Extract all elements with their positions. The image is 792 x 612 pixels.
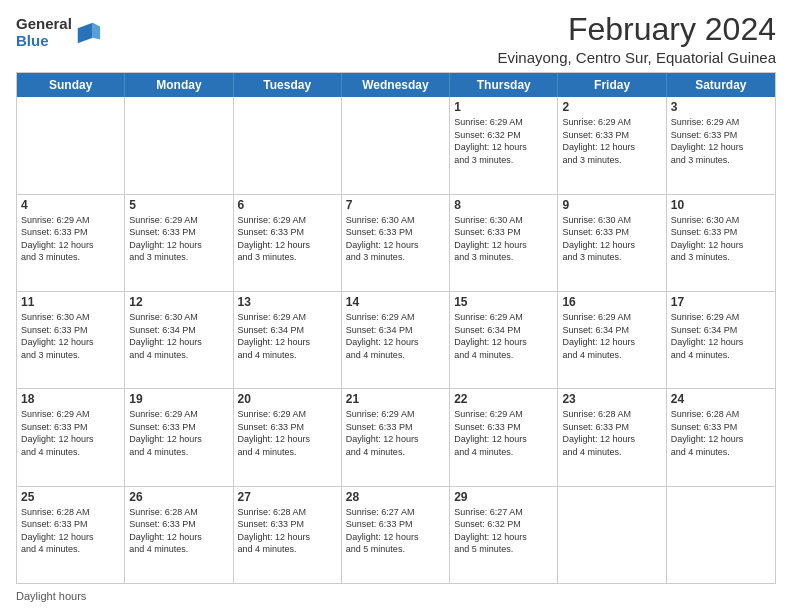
calendar-cell: 22Sunrise: 6:29 AM Sunset: 6:33 PM Dayli… bbox=[450, 389, 558, 485]
cell-info: Sunrise: 6:29 AM Sunset: 6:33 PM Dayligh… bbox=[129, 214, 228, 264]
cal-header-cell: Thursday bbox=[450, 73, 558, 97]
cal-header-cell: Saturday bbox=[667, 73, 775, 97]
cell-info: Sunrise: 6:29 AM Sunset: 6:34 PM Dayligh… bbox=[454, 311, 553, 361]
day-number: 2 bbox=[562, 100, 661, 114]
cell-info: Sunrise: 6:29 AM Sunset: 6:34 PM Dayligh… bbox=[238, 311, 337, 361]
calendar-cell: 12Sunrise: 6:30 AM Sunset: 6:34 PM Dayli… bbox=[125, 292, 233, 388]
cell-info: Sunrise: 6:29 AM Sunset: 6:33 PM Dayligh… bbox=[129, 408, 228, 458]
cell-info: Sunrise: 6:30 AM Sunset: 6:33 PM Dayligh… bbox=[21, 311, 120, 361]
day-number: 24 bbox=[671, 392, 771, 406]
cell-info: Sunrise: 6:29 AM Sunset: 6:33 PM Dayligh… bbox=[21, 214, 120, 264]
calendar-cell: 23Sunrise: 6:28 AM Sunset: 6:33 PM Dayli… bbox=[558, 389, 666, 485]
cell-info: Sunrise: 6:29 AM Sunset: 6:33 PM Dayligh… bbox=[238, 408, 337, 458]
day-number: 9 bbox=[562, 198, 661, 212]
day-number: 28 bbox=[346, 490, 445, 504]
day-number: 18 bbox=[21, 392, 120, 406]
cell-info: Sunrise: 6:28 AM Sunset: 6:33 PM Dayligh… bbox=[562, 408, 661, 458]
day-number: 8 bbox=[454, 198, 553, 212]
footer: Daylight hours bbox=[16, 590, 776, 602]
calendar-cell: 11Sunrise: 6:30 AM Sunset: 6:33 PM Dayli… bbox=[17, 292, 125, 388]
cell-info: Sunrise: 6:29 AM Sunset: 6:34 PM Dayligh… bbox=[671, 311, 771, 361]
cell-info: Sunrise: 6:28 AM Sunset: 6:33 PM Dayligh… bbox=[238, 506, 337, 556]
day-number: 16 bbox=[562, 295, 661, 309]
header: General Blue February 2024 Evinayong, Ce… bbox=[16, 12, 776, 66]
calendar-header: SundayMondayTuesdayWednesdayThursdayFrid… bbox=[17, 73, 775, 97]
calendar-cell: 6Sunrise: 6:29 AM Sunset: 6:33 PM Daylig… bbox=[234, 195, 342, 291]
calendar-cell: 29Sunrise: 6:27 AM Sunset: 6:32 PM Dayli… bbox=[450, 487, 558, 583]
title-block: February 2024 Evinayong, Centro Sur, Equ… bbox=[497, 12, 776, 66]
day-number: 13 bbox=[238, 295, 337, 309]
calendar-cell: 25Sunrise: 6:28 AM Sunset: 6:33 PM Dayli… bbox=[17, 487, 125, 583]
daylight-hours-label: Daylight hours bbox=[16, 590, 86, 602]
day-number: 11 bbox=[21, 295, 120, 309]
calendar-row: 18Sunrise: 6:29 AM Sunset: 6:33 PM Dayli… bbox=[17, 388, 775, 485]
day-number: 19 bbox=[129, 392, 228, 406]
logo-general: General bbox=[16, 16, 72, 33]
location-subtitle: Evinayong, Centro Sur, Equatorial Guinea bbox=[497, 49, 776, 66]
cal-header-cell: Tuesday bbox=[234, 73, 342, 97]
cell-info: Sunrise: 6:29 AM Sunset: 6:33 PM Dayligh… bbox=[346, 408, 445, 458]
cell-info: Sunrise: 6:29 AM Sunset: 6:32 PM Dayligh… bbox=[454, 116, 553, 166]
calendar-row: 1Sunrise: 6:29 AM Sunset: 6:32 PM Daylig… bbox=[17, 97, 775, 193]
calendar-row: 11Sunrise: 6:30 AM Sunset: 6:33 PM Dayli… bbox=[17, 291, 775, 388]
calendar-cell: 13Sunrise: 6:29 AM Sunset: 6:34 PM Dayli… bbox=[234, 292, 342, 388]
day-number: 25 bbox=[21, 490, 120, 504]
day-number: 26 bbox=[129, 490, 228, 504]
cell-info: Sunrise: 6:29 AM Sunset: 6:34 PM Dayligh… bbox=[562, 311, 661, 361]
cell-info: Sunrise: 6:28 AM Sunset: 6:33 PM Dayligh… bbox=[21, 506, 120, 556]
day-number: 1 bbox=[454, 100, 553, 114]
day-number: 14 bbox=[346, 295, 445, 309]
calendar-cell bbox=[667, 487, 775, 583]
day-number: 20 bbox=[238, 392, 337, 406]
month-year-title: February 2024 bbox=[497, 12, 776, 47]
calendar-cell: 5Sunrise: 6:29 AM Sunset: 6:33 PM Daylig… bbox=[125, 195, 233, 291]
svg-marker-1 bbox=[93, 22, 100, 39]
calendar-cell: 10Sunrise: 6:30 AM Sunset: 6:33 PM Dayli… bbox=[667, 195, 775, 291]
day-number: 22 bbox=[454, 392, 553, 406]
cell-info: Sunrise: 6:29 AM Sunset: 6:33 PM Dayligh… bbox=[671, 116, 771, 166]
calendar-cell: 24Sunrise: 6:28 AM Sunset: 6:33 PM Dayli… bbox=[667, 389, 775, 485]
calendar-cell: 7Sunrise: 6:30 AM Sunset: 6:33 PM Daylig… bbox=[342, 195, 450, 291]
calendar-cell bbox=[342, 97, 450, 193]
cell-info: Sunrise: 6:29 AM Sunset: 6:33 PM Dayligh… bbox=[454, 408, 553, 458]
calendar-cell: 19Sunrise: 6:29 AM Sunset: 6:33 PM Dayli… bbox=[125, 389, 233, 485]
logo-text: General Blue bbox=[16, 16, 72, 49]
cell-info: Sunrise: 6:29 AM Sunset: 6:34 PM Dayligh… bbox=[346, 311, 445, 361]
calendar-cell: 18Sunrise: 6:29 AM Sunset: 6:33 PM Dayli… bbox=[17, 389, 125, 485]
cell-info: Sunrise: 6:29 AM Sunset: 6:33 PM Dayligh… bbox=[562, 116, 661, 166]
calendar-body: 1Sunrise: 6:29 AM Sunset: 6:32 PM Daylig… bbox=[17, 97, 775, 583]
day-number: 4 bbox=[21, 198, 120, 212]
day-number: 29 bbox=[454, 490, 553, 504]
day-number: 6 bbox=[238, 198, 337, 212]
day-number: 3 bbox=[671, 100, 771, 114]
calendar-cell bbox=[17, 97, 125, 193]
cell-info: Sunrise: 6:28 AM Sunset: 6:33 PM Dayligh… bbox=[129, 506, 228, 556]
calendar-cell: 15Sunrise: 6:29 AM Sunset: 6:34 PM Dayli… bbox=[450, 292, 558, 388]
calendar-cell: 17Sunrise: 6:29 AM Sunset: 6:34 PM Dayli… bbox=[667, 292, 775, 388]
calendar-cell bbox=[558, 487, 666, 583]
day-number: 10 bbox=[671, 198, 771, 212]
calendar-cell bbox=[125, 97, 233, 193]
calendar-cell: 27Sunrise: 6:28 AM Sunset: 6:33 PM Dayli… bbox=[234, 487, 342, 583]
cell-info: Sunrise: 6:29 AM Sunset: 6:33 PM Dayligh… bbox=[21, 408, 120, 458]
day-number: 5 bbox=[129, 198, 228, 212]
day-number: 27 bbox=[238, 490, 337, 504]
day-number: 12 bbox=[129, 295, 228, 309]
day-number: 15 bbox=[454, 295, 553, 309]
cell-info: Sunrise: 6:30 AM Sunset: 6:34 PM Dayligh… bbox=[129, 311, 228, 361]
svg-marker-0 bbox=[78, 22, 93, 43]
calendar-row: 25Sunrise: 6:28 AM Sunset: 6:33 PM Dayli… bbox=[17, 486, 775, 583]
calendar-cell: 28Sunrise: 6:27 AM Sunset: 6:33 PM Dayli… bbox=[342, 487, 450, 583]
calendar-row: 4Sunrise: 6:29 AM Sunset: 6:33 PM Daylig… bbox=[17, 194, 775, 291]
calendar-cell: 16Sunrise: 6:29 AM Sunset: 6:34 PM Dayli… bbox=[558, 292, 666, 388]
day-number: 17 bbox=[671, 295, 771, 309]
page: General Blue February 2024 Evinayong, Ce… bbox=[0, 0, 792, 612]
cal-header-cell: Wednesday bbox=[342, 73, 450, 97]
calendar-cell: 4Sunrise: 6:29 AM Sunset: 6:33 PM Daylig… bbox=[17, 195, 125, 291]
calendar-cell: 8Sunrise: 6:30 AM Sunset: 6:33 PM Daylig… bbox=[450, 195, 558, 291]
cal-header-cell: Sunday bbox=[17, 73, 125, 97]
calendar-cell: 9Sunrise: 6:30 AM Sunset: 6:33 PM Daylig… bbox=[558, 195, 666, 291]
calendar-cell: 2Sunrise: 6:29 AM Sunset: 6:33 PM Daylig… bbox=[558, 97, 666, 193]
cell-info: Sunrise: 6:30 AM Sunset: 6:33 PM Dayligh… bbox=[346, 214, 445, 264]
calendar-cell: 26Sunrise: 6:28 AM Sunset: 6:33 PM Dayli… bbox=[125, 487, 233, 583]
